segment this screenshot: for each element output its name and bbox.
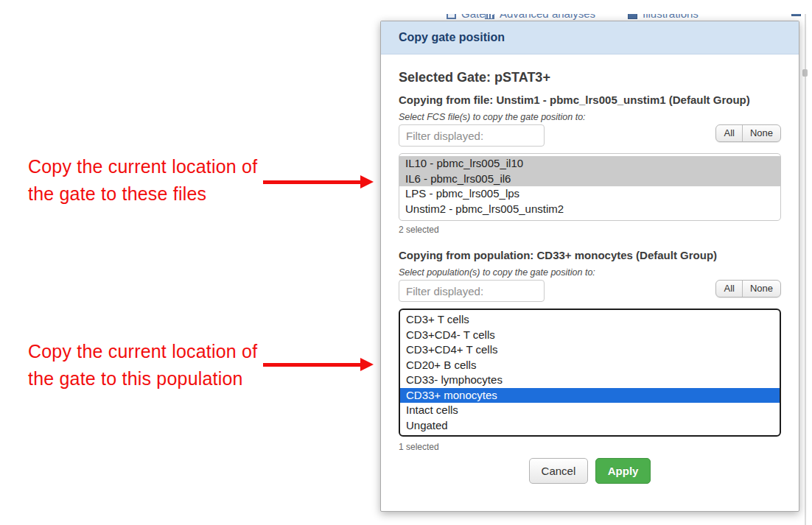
apply-button[interactable]: Apply [595, 458, 651, 484]
list-item[interactable]: IL6 - pbmc_lrs005_il6 [399, 172, 780, 187]
dialog-header: Copy gate position [381, 21, 799, 54]
annotation-line: the gate to this population [28, 365, 257, 392]
annotation-line: the gate to these files [28, 180, 257, 208]
annotation-line: Copy the current location of [28, 153, 257, 180]
list-item[interactable]: Unstim2 - pbmc_lrs005_unstim2 [399, 202, 780, 217]
list-item[interactable]: CD3+CD4+ T cells [400, 342, 780, 358]
file-select-all-button[interactable]: All [716, 125, 741, 141]
annotation-files: Copy the current location of the gate to… [28, 153, 257, 208]
selected-gate-heading: Selected Gate: pSTAT3+ [399, 69, 781, 85]
population-select-none-button[interactable]: None [742, 281, 780, 297]
population-selected-count: 1 selected [399, 442, 781, 452]
red-arrow-population [263, 363, 361, 367]
page-scrollbar-thumb[interactable] [802, 69, 808, 77]
population-filter-input[interactable] [399, 280, 545, 302]
annotation-line: Copy the current location of [28, 338, 257, 365]
population-list[interactable]: CD3+ T cellsCD3+CD4- T cellsCD3+CD4+ T c… [399, 309, 781, 437]
select-fcs-files-label: Select FCS file(s) to copy the gate posi… [399, 112, 781, 122]
list-item[interactable]: IL10 - pbmc_lrs005_il10 [399, 156, 780, 172]
copy-gate-position-dialog: Copy gate position Selected Gate: pSTAT3… [380, 21, 799, 512]
red-arrow-files [263, 180, 361, 184]
list-item[interactable]: LPS - pbmc_lrs005_lps [399, 186, 780, 202]
list-item[interactable]: Intact cells [400, 403, 780, 418]
dialog-title: Copy gate position [399, 31, 505, 44]
fcs-file-list[interactable]: IL10 - pbmc_lrs005_il10IL6 - pbmc_lrs005… [399, 153, 781, 221]
file-all-none-group: All None [715, 124, 781, 142]
population-all-none-group: All None [715, 280, 781, 297]
file-select-none-button[interactable]: None [742, 125, 780, 141]
top-mask [0, 0, 812, 14]
annotation-population: Copy the current location of the gate to… [28, 338, 257, 392]
red-arrow-population-head [360, 358, 374, 371]
list-item[interactable]: Ungated [400, 418, 780, 434]
page-scrollbar-track[interactable] [805, 0, 806, 525]
list-item[interactable]: CD33- lymphocytes [400, 373, 780, 388]
select-populations-label: Select population(s) to copy the gate po… [399, 267, 781, 278]
copying-from-file-heading: Copying from file: Unstim1 - pbmc_lrs005… [399, 93, 781, 107]
file-filter-input[interactable] [399, 124, 545, 147]
cancel-button[interactable]: Cancel [529, 458, 589, 484]
population-filter-row: All None [399, 280, 781, 302]
dialog-body: Selected Gate: pSTAT3+ Copying from file… [381, 69, 799, 484]
file-selected-count: 2 selected [399, 225, 781, 235]
population-select-all-button[interactable]: All [716, 281, 741, 297]
copying-from-population-heading: Copying from population: CD33+ monocytes… [399, 248, 781, 262]
list-item[interactable]: CD33+ monocytes [400, 388, 780, 404]
dialog-footer: Cancel Apply [399, 458, 781, 484]
list-item[interactable]: CD3+CD4- T cells [400, 328, 780, 343]
red-arrow-files-head [360, 175, 374, 188]
file-filter-row: All None [399, 124, 781, 147]
list-item[interactable]: CD3+ T cells [400, 312, 780, 328]
list-item[interactable]: CD20+ B cells [400, 358, 780, 373]
